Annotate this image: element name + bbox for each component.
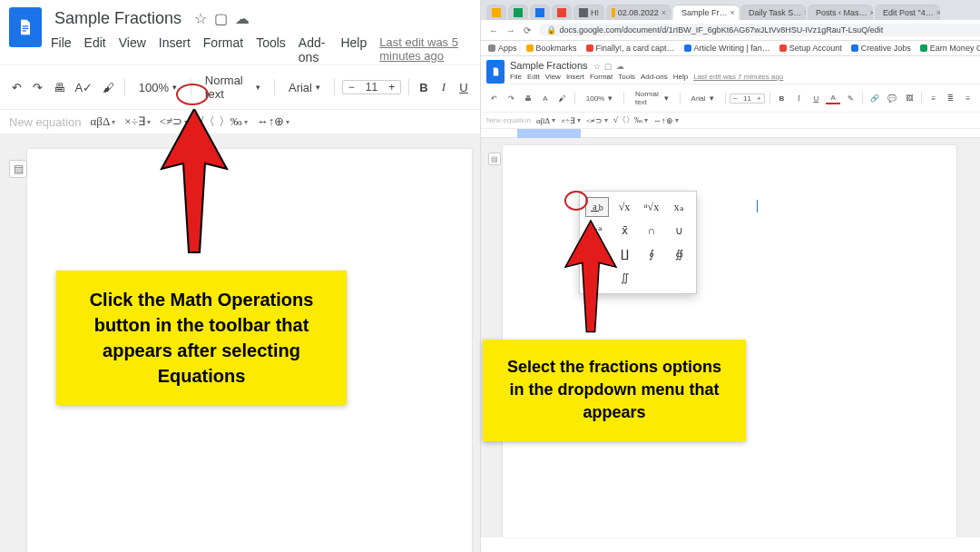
eq-greek-button[interactable]: αβΔ▾ [536, 116, 555, 125]
docs-logo[interactable] [486, 60, 505, 84]
eq-misc-ops-button[interactable]: ×÷∃ ▾ [124, 114, 150, 129]
menu-format[interactable]: Format [203, 35, 243, 64]
fontsize-stepper[interactable]: − 11 + [342, 80, 401, 94]
bookmark-item[interactable]: Setup Account [779, 44, 842, 53]
last-edit[interactable]: Last edit was 7 minutes ago [693, 73, 783, 81]
paint-icon[interactable]: 🖌 [100, 79, 117, 96]
link-icon[interactable]: 🔗 [867, 94, 882, 104]
browser-tab[interactable]: H! [573, 5, 604, 20]
menu-help[interactable]: Help [673, 73, 688, 81]
eq-arrows-button[interactable]: ↔↑⊕ ▾ [257, 114, 290, 129]
bookmark-item[interactable]: Earn Money Online… [920, 44, 980, 53]
menu-help[interactable]: Help [340, 35, 367, 64]
menu-tools[interactable]: Tools [618, 73, 635, 81]
math-op-intersection[interactable]: ∩ [640, 221, 663, 241]
spellcheck-icon[interactable]: A [538, 94, 553, 104]
menu-format[interactable]: Format [590, 73, 612, 81]
star-icon[interactable]: ☆ [194, 10, 207, 27]
align-left-icon[interactable]: ≡ [926, 94, 941, 104]
outline-toggle-icon[interactable]: ▤ [9, 160, 27, 178]
math-op-nroot[interactable]: ⁿ√x [640, 197, 663, 217]
cloud-icon[interactable]: ☁ [616, 62, 624, 71]
eq-arrows-button[interactable]: ↔↑⊕▾ [653, 116, 679, 125]
outline-toggle-icon[interactable]: ▤ [488, 153, 501, 165]
eq-relations-button[interactable]: <≠⊃▾ [586, 116, 608, 125]
menu-tools[interactable]: Tools [256, 35, 286, 64]
menu-edit[interactable]: Edit [84, 35, 106, 64]
math-op-int[interactable]: ∫ [585, 268, 609, 288]
bookmark-item[interactable]: Creative Jobs [851, 44, 911, 53]
menu-addons[interactable]: Add-ons [299, 35, 328, 64]
undo-icon[interactable]: ↶ [486, 94, 501, 104]
comment-icon[interactable]: 💬 [885, 94, 899, 104]
textcolor-button[interactable]: A [826, 93, 840, 104]
math-op-iint[interactable]: ∬ [612, 268, 636, 288]
browser-tab[interactable] [508, 5, 528, 20]
url-bar[interactable]: 🔒 docs.google.com/document/d/1rIBW_IF_6g… [539, 24, 980, 36]
last-edit[interactable]: Last edit was 5 minutes ago [379, 35, 471, 64]
star-icon[interactable]: ☆ [593, 62, 601, 71]
bold-button[interactable]: B [416, 79, 431, 96]
doc-title[interactable]: Sample Fractions [510, 60, 588, 71]
fontsize-stepper[interactable]: −11+ [730, 94, 764, 104]
fontsize-plus[interactable]: + [383, 81, 400, 94]
math-op-sqrt[interactable]: √x [612, 197, 636, 217]
move-icon[interactable]: ▢ [214, 10, 228, 27]
math-op-product[interactable]: Π [585, 244, 609, 264]
browser-tab[interactable] [552, 5, 572, 20]
eq-math-ops-button[interactable]: √〈〉‰▾ [613, 114, 648, 126]
spellcheck-icon[interactable]: A✓ [73, 79, 94, 96]
browser-tab[interactable] [486, 5, 506, 20]
eq-misc-ops-button[interactable]: ×÷∃▾ [561, 116, 581, 125]
math-op-sint[interactable]: ∯ [667, 244, 691, 264]
eq-relations-button[interactable]: <≠⊃ ▾ [160, 114, 188, 129]
eq-math-ops-button[interactable]: √〈 〉‰ ▾ [197, 113, 247, 130]
browser-tab[interactable]: Edit Post "4…× [875, 5, 940, 20]
move-icon[interactable]: ▢ [604, 62, 612, 71]
math-op-coproduct[interactable]: ∐ [612, 244, 636, 264]
style-select[interactable]: Normal text▾ [629, 87, 675, 109]
browser-tab-active[interactable]: Sample Fr…× [673, 5, 739, 20]
print-icon[interactable]: 🖶 [521, 94, 535, 104]
align-right-icon[interactable]: ≡ [961, 94, 975, 104]
menu-insert[interactable]: Insert [159, 35, 191, 64]
zoom-select[interactable]: 100%▾ [132, 78, 183, 97]
underline-button[interactable]: U [456, 79, 471, 96]
bookmark-item[interactable]: Apps [488, 44, 517, 53]
style-select[interactable]: Normal text▾ [199, 71, 267, 104]
doc-title[interactable]: Sample Fractions [51, 7, 185, 30]
eq-greek-button[interactable]: αβΔ ▾ [91, 114, 116, 129]
back-icon[interactable]: ← [486, 25, 501, 35]
fontsize-value[interactable]: 11 [360, 81, 383, 94]
undo-icon[interactable]: ↶ [9, 79, 24, 96]
align-center-icon[interactable]: ≣ [944, 94, 958, 104]
docs-logo[interactable] [9, 7, 42, 47]
math-op-fraction[interactable]: ab [585, 197, 609, 217]
zoom-select[interactable]: 100%▾ [580, 91, 619, 105]
image-icon[interactable]: 🖼 [902, 94, 916, 104]
highlight-icon[interactable]: ✎ [843, 94, 858, 104]
bookmark-item[interactable]: Finally!, a card capt… [586, 44, 675, 53]
italic-button[interactable]: I [791, 94, 806, 104]
menu-addons[interactable]: Add-ons [641, 73, 668, 81]
menu-insert[interactable]: Insert [566, 73, 584, 81]
font-select[interactable]: Arial▾ [282, 78, 327, 97]
math-op-union[interactable]: ∪ [667, 221, 691, 241]
browser-tab[interactable]: 02.08.2022× [606, 5, 671, 20]
math-op-bar[interactable]: x̄ [612, 221, 636, 241]
bookmark-item[interactable]: Article Writing | fan… [684, 44, 770, 53]
menu-edit[interactable]: Edit [527, 73, 540, 81]
bookmark-item[interactable]: Bookmarks [526, 44, 577, 53]
menu-file[interactable]: File [510, 73, 522, 81]
paint-icon[interactable]: 🖌 [555, 94, 570, 104]
menu-view[interactable]: View [119, 35, 146, 64]
math-ops-dropdown[interactable]: ab √x ⁿ√x xₐ xᵃ x̄ ∩ ∪ Π ∐ ∮ ∯ ∫ ∬ [579, 191, 697, 294]
new-equation-label[interactable]: New equation [9, 115, 82, 129]
browser-tab[interactable]: Daily Task S…× [740, 5, 806, 20]
font-select[interactable]: Arial▾ [685, 91, 720, 105]
forward-icon[interactable]: → [504, 25, 518, 35]
browser-tab[interactable]: Posts ‹ Mas…× [808, 5, 873, 20]
browser-tab[interactable] [530, 5, 550, 20]
cloud-icon[interactable]: ☁ [235, 10, 250, 27]
print-icon[interactable]: 🖶 [51, 79, 68, 96]
